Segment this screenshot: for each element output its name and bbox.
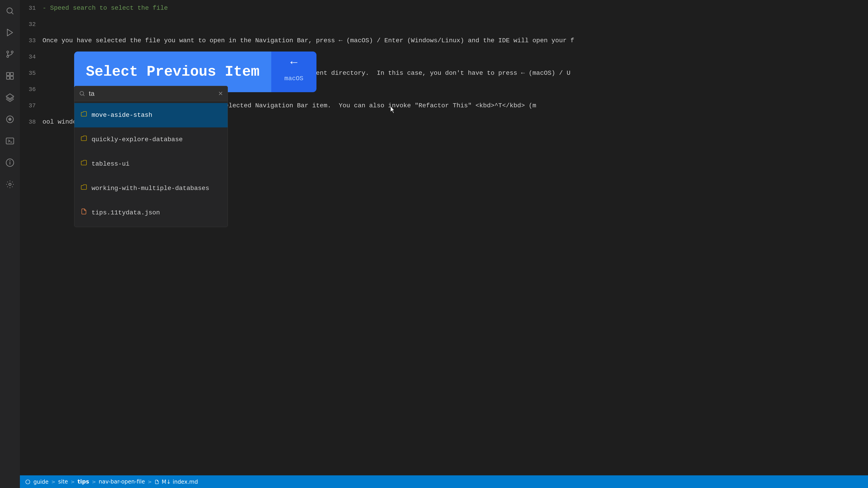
svg-marker-2 bbox=[7, 29, 12, 36]
sidebar-icon-run[interactable] bbox=[4, 26, 16, 39]
breadcrumb-tips: tips bbox=[78, 479, 89, 485]
line-content-31: - Speed search to select the file bbox=[42, 0, 868, 16]
line-number-31: 31 bbox=[20, 0, 42, 16]
item-label-5: tips.11tydata.json bbox=[92, 205, 160, 221]
search-icon bbox=[79, 90, 85, 97]
folder-icon-3 bbox=[81, 156, 87, 172]
sidebar-icon-settings[interactable] bbox=[4, 178, 16, 191]
sidebar-icon-terminal[interactable] bbox=[4, 135, 16, 147]
svg-line-23 bbox=[83, 95, 85, 96]
svg-rect-8 bbox=[10, 72, 13, 75]
breadcrumb-site: site bbox=[58, 479, 68, 485]
dropdown-item-move-aside-stash[interactable]: move-aside-stash bbox=[74, 103, 228, 127]
svg-point-20 bbox=[10, 161, 10, 161]
code-line-32: 32 bbox=[20, 16, 868, 33]
json-icon bbox=[81, 205, 87, 221]
line-number-32: 32 bbox=[20, 16, 42, 33]
svg-point-24 bbox=[26, 480, 30, 484]
dropdown-list: move-aside-stash quickly-explore-databas… bbox=[74, 101, 228, 227]
item-label-2: quickly-explore-database bbox=[92, 131, 183, 148]
search-bar: ✕ bbox=[74, 86, 228, 101]
dropdown-item-tips-json[interactable]: tips.11tydata.json bbox=[74, 201, 228, 225]
breadcrumb-sep-1: > bbox=[51, 479, 55, 485]
line-number-35: 35 bbox=[20, 65, 42, 81]
sidebar-icon-layers[interactable] bbox=[4, 91, 16, 104]
svg-rect-10 bbox=[10, 76, 13, 79]
tooltip-key-os: macOS bbox=[284, 70, 303, 87]
sidebar-icon-info[interactable] bbox=[4, 156, 16, 169]
dropdown-item-tabless-ui[interactable]: tabless-ui bbox=[74, 152, 228, 176]
tooltip-key-icon: ← bbox=[290, 57, 298, 69]
dropdown-item-quickly-explore-database[interactable]: quickly-explore-database bbox=[74, 127, 228, 152]
folder-icon-1 bbox=[81, 107, 87, 123]
code-editor: 31 - Speed search to select the file 32 … bbox=[20, 0, 868, 475]
sidebar bbox=[0, 0, 20, 488]
line-number-36: 36 bbox=[20, 81, 42, 98]
folder-icon-2 bbox=[81, 131, 87, 148]
tooltip-key: ← macOS bbox=[271, 52, 316, 92]
status-bar: guide > site > tips > nav-bar-open-file … bbox=[20, 475, 868, 488]
main-area: 31 - Speed search to select the file 32 … bbox=[20, 0, 868, 488]
breadcrumb-nav-bar: nav-bar-open-file bbox=[99, 479, 145, 485]
sidebar-icon-git[interactable] bbox=[4, 48, 16, 61]
code-line-31: 31 - Speed search to select the file bbox=[20, 0, 868, 16]
svg-rect-9 bbox=[6, 76, 9, 79]
dropdown-panel: ✕ move-aside-stash bbox=[74, 86, 228, 227]
sidebar-icon-search[interactable] bbox=[4, 4, 16, 17]
clear-button[interactable]: ✕ bbox=[218, 90, 223, 97]
breadcrumb-guide: guide bbox=[25, 479, 49, 485]
line-number-33: 33 bbox=[20, 33, 42, 49]
line-number-37: 37 bbox=[20, 98, 42, 114]
svg-point-3 bbox=[7, 51, 8, 53]
svg-point-21 bbox=[9, 183, 11, 186]
search-input[interactable] bbox=[89, 90, 215, 97]
dropdown-item-working-with-multiple-databases[interactable]: working-with-multiple-databases bbox=[74, 176, 228, 201]
line-content-33: Once you have selected the file you want… bbox=[42, 33, 868, 49]
svg-point-22 bbox=[80, 92, 84, 95]
breadcrumb-sep-4: > bbox=[148, 479, 152, 485]
line-number-38: 38 bbox=[20, 114, 42, 130]
code-line-33: 33 Once you have selected the file you w… bbox=[20, 33, 868, 49]
sidebar-icon-deploy[interactable] bbox=[4, 113, 16, 126]
svg-point-0 bbox=[7, 8, 12, 13]
line-number-34: 34 bbox=[20, 49, 42, 65]
item-label-4: working-with-multiple-databases bbox=[92, 180, 209, 197]
breadcrumb-sep-2: > bbox=[71, 479, 75, 485]
item-label-1: move-aside-stash bbox=[92, 107, 152, 123]
breadcrumb-index: M↓ index.md bbox=[155, 479, 198, 485]
svg-line-1 bbox=[12, 13, 13, 14]
tooltip-text: Select Previous Item bbox=[86, 64, 259, 80]
svg-rect-7 bbox=[6, 72, 9, 75]
folder-icon-4 bbox=[81, 180, 87, 197]
item-label-3: tabless-ui bbox=[92, 156, 129, 172]
breadcrumb-sep-3: > bbox=[92, 479, 96, 485]
sidebar-icon-extensions[interactable] bbox=[4, 70, 16, 82]
